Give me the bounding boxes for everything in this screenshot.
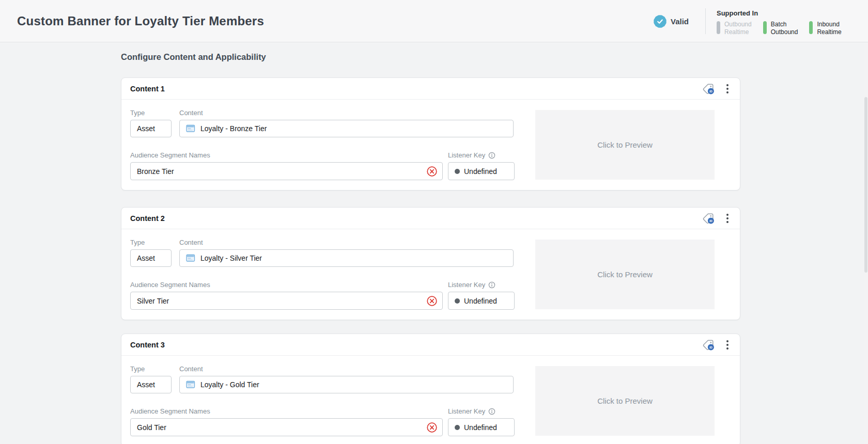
supported-in-panel: Supported In OutboundRealtime BatchOutbo… [717, 9, 853, 36]
asset-icon [186, 254, 195, 262]
audience-segment-input[interactable]: Gold Tier [130, 418, 443, 436]
tag-id-icon[interactable]: ID [701, 338, 716, 352]
supported-in-title: Supported In [717, 9, 853, 17]
vertical-scrollbar[interactable] [864, 43, 868, 444]
page-title: Custom Banner for Loyalty Tier Members [17, 14, 264, 28]
card-title: Content 1 [130, 85, 165, 93]
preview-area[interactable]: Click to Preview [535, 240, 715, 309]
content-label: Content [179, 239, 514, 246]
type-select[interactable]: Asset [130, 249, 172, 267]
main-content: Configure Content and Applicability Cont… [0, 42, 868, 444]
supported-item-label: BatchOutbound [771, 21, 798, 36]
content-picker[interactable]: Loyalty - Bronze Tier [179, 120, 514, 137]
more-options-icon[interactable] [723, 213, 732, 224]
audience-segment-label: Audience Segment Names [130, 407, 443, 415]
supported-inbound-realtime: InboundRealtime [809, 21, 841, 36]
valid-status-label: Valid [671, 17, 689, 26]
type-label: Type [130, 239, 172, 246]
more-options-icon[interactable] [723, 339, 732, 351]
type-select[interactable]: Asset [130, 120, 172, 137]
content-card-1: Content 1 ID Type Asset [121, 77, 740, 191]
card-title: Content 2 [130, 214, 165, 223]
status-pill [763, 21, 767, 34]
svg-text:ID: ID [709, 345, 712, 348]
status-pill [809, 21, 813, 34]
svg-text:ID: ID [709, 219, 712, 222]
valid-badge-icon [654, 15, 666, 27]
supported-batch-outbound: BatchOutbound [763, 21, 798, 36]
audience-segment-label: Audience Segment Names [130, 151, 443, 159]
content-picker[interactable]: Loyalty - Gold Tier [179, 376, 514, 393]
content-card-2: Content 2 ID Type Asset [121, 207, 740, 320]
content-card-3: Content 3 ID Type Asset [121, 334, 740, 444]
more-options-icon[interactable] [723, 83, 732, 94]
clear-icon[interactable] [426, 295, 438, 307]
card-header: Content 3 ID [121, 334, 740, 356]
tag-id-icon[interactable]: ID [701, 211, 716, 226]
audience-segment-label: Audience Segment Names [130, 281, 443, 289]
supported-item-label: InboundRealtime [817, 21, 841, 36]
undefined-dot-icon [455, 298, 460, 304]
scrollbar-thumb[interactable] [864, 97, 867, 273]
type-label: Type [130, 109, 172, 117]
header-divider [705, 8, 706, 34]
card-header: Content 1 ID [121, 78, 740, 100]
status-pill [717, 21, 720, 34]
audience-segment-input[interactable]: Bronze Tier [130, 162, 443, 180]
preview-area[interactable]: Click to Preview [535, 110, 715, 180]
listener-key-select[interactable]: Undefined [448, 162, 515, 180]
undefined-dot-icon [455, 169, 460, 174]
info-icon[interactable] [488, 408, 495, 415]
listener-key-select[interactable]: Undefined [448, 292, 515, 310]
asset-icon [186, 380, 195, 389]
preview-area[interactable]: Click to Preview [535, 366, 715, 436]
info-icon[interactable] [488, 281, 495, 289]
listener-key-label: Listener Key [448, 281, 485, 289]
tag-id-icon[interactable]: ID [701, 82, 716, 96]
content-label: Content [179, 109, 514, 117]
clear-icon[interactable] [426, 422, 438, 433]
undefined-dot-icon [455, 425, 460, 430]
validation-status: Valid [654, 0, 689, 42]
svg-text:ID: ID [709, 89, 712, 92]
asset-icon [186, 124, 195, 133]
listener-key-label: Listener Key [448, 151, 485, 159]
supported-outbound-realtime: OutboundRealtime [717, 21, 752, 36]
type-label: Type [130, 365, 172, 373]
content-picker[interactable]: Loyalty - Silver Tier [179, 249, 514, 267]
content-label: Content [179, 365, 514, 373]
page-header: Custom Banner for Loyalty Tier Members V… [0, 0, 868, 42]
type-select[interactable]: Asset [130, 376, 172, 393]
listener-key-label: Listener Key [448, 407, 485, 415]
info-icon[interactable] [488, 152, 495, 159]
supported-item-label: OutboundRealtime [724, 21, 752, 36]
listener-key-select[interactable]: Undefined [448, 418, 515, 436]
section-title: Configure Content and Applicability [121, 52, 868, 64]
clear-icon[interactable] [426, 166, 438, 177]
card-title: Content 3 [130, 341, 165, 349]
card-header: Content 2 ID [121, 208, 740, 229]
audience-segment-input[interactable]: Silver Tier [130, 292, 443, 310]
